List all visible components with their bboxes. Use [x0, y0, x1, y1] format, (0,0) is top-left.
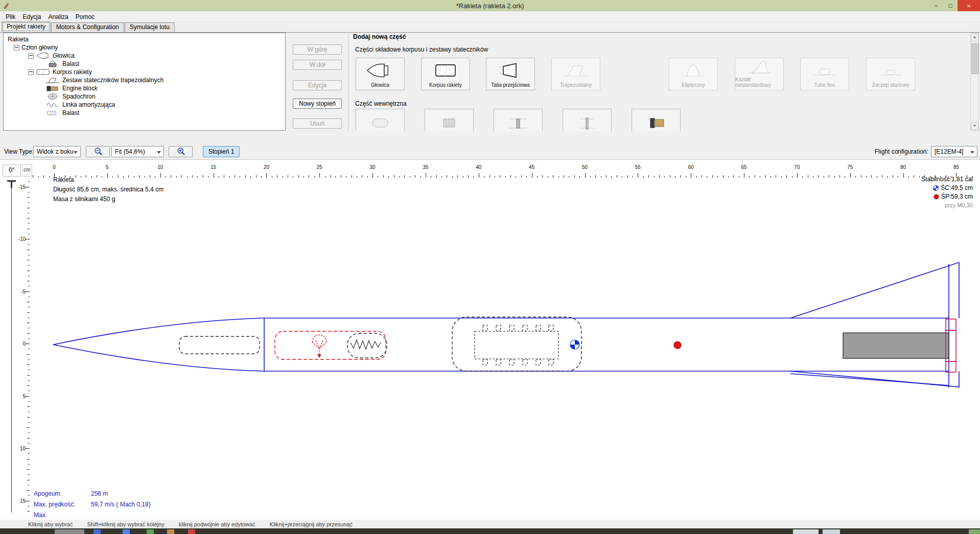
ruler-tick	[558, 176, 559, 178]
tab-projekt-rakiety[interactable]: Projekt rakiety	[2, 21, 51, 32]
menu-item-edycja[interactable]: Edycja	[19, 12, 44, 21]
shock-cord[interactable]	[347, 333, 387, 358]
minimize-icon[interactable]: –	[929, 0, 943, 11]
ruler-label: 70	[794, 164, 800, 170]
ruler-tick	[27, 333, 30, 334]
nose-ballast[interactable]	[179, 336, 260, 354]
part-button-tube-coupler[interactable]	[425, 109, 474, 131]
ruler-tick	[426, 173, 426, 178]
edit-button[interactable]: Edycja	[293, 80, 342, 90]
ruler-tick	[27, 281, 30, 281]
ruler-tick	[250, 176, 251, 178]
flight-config-select[interactable]: [E12EM-4]	[931, 146, 977, 157]
ruler-tick	[27, 260, 30, 260]
tree-item-label: Korpus rakiety	[53, 68, 92, 76]
scrollbar-thumb[interactable]	[971, 43, 979, 74]
tree-item-zestaw-statecznik-w-trapezoidalnych[interactable]: Zestaw stateczników trapezoidalnych	[4, 76, 285, 84]
mass2-icon	[45, 109, 60, 116]
ruler-tick	[25, 501, 30, 501]
ruler-label: -10	[18, 236, 26, 242]
ruler-tick	[28, 506, 30, 506]
centering-ring-icon	[494, 109, 542, 131]
fin-elliptical-icon	[669, 58, 717, 82]
stage-1-toggle[interactable]: Stopień 1	[203, 146, 240, 157]
rocket-outline[interactable]	[53, 262, 959, 387]
body-components-section-label: Części składowe korpusu i zestawy statec…	[355, 46, 488, 53]
ruler-label: 55	[635, 164, 641, 170]
ruler-tick	[27, 438, 30, 439]
rotation-slider[interactable]	[7, 179, 17, 513]
add-part-scrollbar[interactable]: ▲ ▼	[970, 33, 979, 131]
part-button-inner-tube[interactable]	[356, 109, 405, 131]
ruler-tick	[28, 192, 30, 192]
part-button-eliptyczny[interactable]: Eliptyczny	[669, 58, 718, 90]
ruler-tick	[388, 176, 389, 178]
tree-expander-minus-icon[interactable]	[28, 53, 34, 59]
tree-item-linka-amortyzuj-ca[interactable]: Linka amortyzująca	[4, 101, 285, 109]
part-button-korpus-rakiety[interactable]: Korpus rakiety	[421, 58, 470, 90]
move-down-button[interactable]: W dół	[293, 60, 342, 70]
stability-value: 1,81 cal	[951, 176, 973, 183]
tree-expander-minus-icon[interactable]	[14, 45, 19, 51]
tree-item-balast[interactable]: Balast	[4, 60, 285, 68]
part-button-talia-przej-ciowa[interactable]: Talia przejściowa	[486, 58, 535, 90]
view-type-select[interactable]: Widok z boku	[33, 146, 81, 157]
part-button-bulkhead[interactable]	[563, 109, 612, 131]
rotation-slider-handle-stem[interactable]	[11, 182, 12, 188]
ruler-label: 15	[211, 164, 216, 170]
parachute[interactable]	[275, 331, 386, 359]
zoom-out-button[interactable]	[86, 146, 110, 157]
tree-item-cz-on-g-wny[interactable]: Człon główny	[4, 43, 285, 52]
horizontal-ruler: 0510152025303540455055606570758085	[31, 164, 975, 178]
ruler-tick	[367, 176, 368, 178]
maximize-icon[interactable]: □	[943, 0, 958, 11]
move-up-button[interactable]: W górę	[293, 44, 342, 55]
zoom-in-button[interactable]	[169, 146, 193, 157]
tree-expander-minus-icon[interactable]	[28, 69, 34, 75]
part-button-trapezoidalny[interactable]: Trapezoidalny	[551, 58, 600, 90]
motor[interactable]	[843, 333, 949, 358]
menu-item-pomoc[interactable]: Pomoc	[72, 12, 98, 21]
menu-item-analiza[interactable]: Analiza	[44, 12, 72, 21]
tree-item-korpus-rakiety[interactable]: Korpus rakiety	[4, 68, 285, 76]
part-button-kszta-t-niestandardowy[interactable]: Kształt niestandardowy	[735, 58, 784, 90]
cp-marker	[674, 342, 681, 349]
ruler-tick	[659, 175, 660, 178]
ruler-tick	[245, 175, 246, 178]
tab-motors-configuration[interactable]: Motors & Configuration	[51, 22, 124, 32]
menu-item-plik[interactable]: Plik	[2, 12, 19, 21]
fin-top[interactable]	[790, 262, 959, 318]
finset-icon	[45, 77, 60, 84]
part-button-engine-block[interactable]	[632, 109, 681, 131]
close-icon[interactable]: ×	[958, 0, 980, 11]
ruler-tick	[421, 176, 421, 178]
ruler-tick	[28, 380, 30, 381]
tree-item-balast[interactable]: Balast	[4, 109, 285, 117]
tab-symulacje-lotu[interactable]: Symulacje lotu	[125, 22, 175, 32]
scroll-down-icon[interactable]: ▼	[971, 122, 978, 130]
tube-coupler-icon	[425, 109, 473, 131]
ruler-tick	[908, 176, 909, 178]
payload-component[interactable]	[452, 317, 581, 371]
ruler-tick	[28, 474, 30, 475]
scroll-up-icon[interactable]: ▲	[971, 33, 978, 41]
ruler-tick	[27, 417, 30, 418]
tree-item-g-owica[interactable]: Głowica	[4, 52, 285, 60]
title-bar: *Rakieta (rakieta 2.ork) – □ ×	[0, 0, 980, 11]
tree-item-spadochron[interactable]: Spadochron	[4, 92, 285, 101]
new-stage-button[interactable]: Nowy stopień	[293, 99, 342, 109]
part-button-label: Talia przejściowa	[491, 82, 530, 88]
delete-button[interactable]: Usuń	[293, 118, 342, 129]
tree-item-engine-block[interactable]: Engine block	[4, 84, 285, 92]
tree-item-label: Engine block	[62, 85, 98, 92]
tree-item-rakieta[interactable]: Rakieta	[4, 35, 285, 43]
part-button-g-owica[interactable]: Głowica	[356, 58, 405, 90]
part-button-zaczep-startowy[interactable]: Zaczep startowy	[866, 58, 915, 90]
part-button-centering-ring[interactable]	[494, 109, 543, 131]
ruler-tick	[288, 175, 288, 178]
rocket-design-canvas[interactable]: 0° cm 0510152025303540455055606570758085…	[0, 159, 980, 520]
ruler-tick	[410, 176, 410, 178]
part-button-label: Tube fins	[814, 82, 835, 88]
part-button-tube-fins[interactable]: Tube fins	[800, 58, 849, 90]
zoom-level-select[interactable]: Fit (54,6%)	[111, 146, 164, 157]
